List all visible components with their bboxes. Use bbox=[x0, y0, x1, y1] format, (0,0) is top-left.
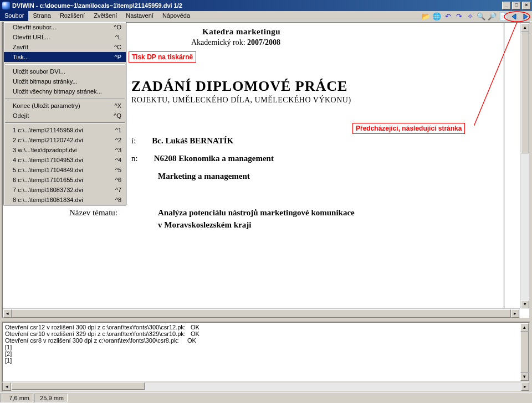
maximize-button[interactable]: □ bbox=[512, 2, 521, 9]
scroll-left-button[interactable]: ◂ bbox=[3, 383, 11, 391]
doc-header-dept: Katedra marketingu bbox=[202, 27, 280, 37]
menu-rozliseni[interactable]: Rozlišení bbox=[55, 11, 89, 21]
menu-nastaveni[interactable]: Nastavení bbox=[121, 11, 158, 21]
svg-marker-0 bbox=[512, 14, 516, 19]
mi-recent-3[interactable]: 3 w:\...\tex\dpzadopf.dvi^3 bbox=[4, 145, 126, 155]
log-pane: Otevření csr12 v rozlišení 300 dpi z c:\… bbox=[2, 322, 530, 383]
log-line: Otevření csr10 v rozlišení 329 dpi z c:\… bbox=[5, 330, 527, 337]
annotation-nav: Předcházející, následující stránka bbox=[352, 123, 465, 134]
mi-close[interactable]: Zavřít^C bbox=[4, 42, 126, 52]
mi-open-file[interactable]: Otevřít soubor...^O bbox=[4, 22, 126, 32]
horizontal-scrollbar[interactable]: ◂ ▸ bbox=[3, 308, 520, 318]
mi-save-all-bitmaps[interactable]: Uložit všechny bitmapy stránek... bbox=[4, 86, 126, 96]
mi-recent-1[interactable]: 1 c:\...\temp\21145959.dvi^1 bbox=[4, 125, 126, 135]
mi-recent-6[interactable]: 6 c:\...\temp\17101655.dvi^6 bbox=[4, 175, 126, 185]
menu-zvetseni[interactable]: Zvětšení bbox=[89, 11, 121, 21]
mi-recent-8[interactable]: 8 c:\...\temp\16081834.dvi^8 bbox=[4, 195, 126, 205]
menu-strana[interactable]: Strana bbox=[28, 11, 55, 21]
page-icon[interactable]: 📄 bbox=[499, 12, 508, 21]
doc-row-3: Marketing a management bbox=[158, 172, 250, 181]
log-scrollbar-v[interactable]: ▴ ▾ bbox=[520, 323, 529, 381]
scroll-down-button[interactable]: ▾ bbox=[520, 373, 529, 381]
separator bbox=[5, 122, 125, 123]
prev-page-icon[interactable] bbox=[510, 12, 519, 21]
scroll-down-button[interactable]: ▾ bbox=[521, 300, 529, 308]
mi-print[interactable]: Tisk...^P bbox=[4, 52, 126, 62]
log-line: [1] bbox=[5, 357, 527, 364]
doc-row-1: í: Bc. Lukáš BERNATÍK bbox=[131, 136, 233, 146]
undo-icon[interactable]: ↶ bbox=[443, 12, 452, 21]
menu-napoveda[interactable]: Nápověda bbox=[158, 11, 195, 21]
redo-icon[interactable]: ↷ bbox=[454, 12, 463, 21]
status-y: 25,9 mm bbox=[34, 394, 68, 402]
zoom-in-icon[interactable]: 🔎 bbox=[488, 12, 497, 21]
mi-open-url[interactable]: Otevřít URL...^L bbox=[4, 32, 126, 42]
log-line: [2] bbox=[5, 350, 527, 357]
mi-recent-2[interactable]: 2 c:\...\temp\21120742.dvi^2 bbox=[4, 135, 126, 145]
mi-save-dvi[interactable]: Uložit soubor DVI... bbox=[4, 66, 126, 76]
separator bbox=[5, 64, 125, 65]
mi-recent-7[interactable]: 7 c:\...\temp\16083732.dvi^7 bbox=[4, 185, 126, 195]
status-x: 7,6 mm bbox=[0, 394, 33, 402]
app-icon bbox=[2, 2, 10, 9]
svg-marker-1 bbox=[524, 14, 528, 19]
vertical-scrollbar[interactable]: ▴ ▾ bbox=[520, 23, 529, 308]
file-menu-dropdown: Otevřít soubor...^O Otevřít URL...^L Zav… bbox=[3, 22, 126, 205]
log-line: [1] bbox=[5, 344, 527, 350]
topic-value-1: Analýza potenciálu nástrojů marketingové… bbox=[158, 208, 355, 218]
titlebar: DVIWIN - c:\docume~1\zam\locals~1\temp\2… bbox=[0, 0, 532, 11]
annotation-print: Tisk DP na tiskárně bbox=[129, 51, 196, 63]
doc-title: ZADÁNÍ DIPLOMOVÉ PRÁCE bbox=[131, 78, 347, 95]
fit-icon[interactable]: ✧ bbox=[466, 12, 474, 21]
toolbar: 📂 🌐 ↶ ↷ ✧ 🔍 🔎 📄 bbox=[421, 11, 530, 22]
open-icon[interactable]: 📂 bbox=[421, 12, 430, 21]
zoom-out-icon[interactable]: 🔍 bbox=[477, 12, 485, 21]
close-button[interactable]: × bbox=[522, 2, 531, 9]
minimize-button[interactable]: _ bbox=[502, 2, 511, 9]
log-line: Otevření csr8 v rozlišení 300 dpi z c:\o… bbox=[5, 337, 527, 344]
log-scrollbar-h[interactable]: ◂ ▸ bbox=[2, 383, 530, 392]
scroll-thumb-h[interactable] bbox=[12, 309, 511, 318]
page-edge bbox=[504, 23, 504, 318]
statusbar: 7,6 mm 25,9 mm bbox=[0, 392, 532, 403]
scroll-up-button[interactable]: ▴ bbox=[520, 323, 529, 332]
scroll-thumb[interactable] bbox=[520, 332, 529, 373]
mi-save-bitmap[interactable]: Uložit bitmapu stránky... bbox=[4, 76, 126, 86]
window-title: DVIWIN - c:\docume~1\zam\locals~1\temp\2… bbox=[12, 2, 182, 9]
menu-soubor[interactable]: Soubor bbox=[0, 11, 28, 21]
mi-exit[interactable]: Odejít^Q bbox=[4, 111, 126, 121]
scroll-thumb-v[interactable] bbox=[521, 32, 529, 153]
topic-value-2: v Moravskoslezském kraji bbox=[158, 220, 251, 230]
doc-row-2: n: N6208 Ekonomika a management bbox=[131, 154, 274, 163]
scroll-up-button[interactable]: ▴ bbox=[521, 23, 529, 32]
doc-subtitle: ROJEKTU, UMĚLECKÉHO DÍLA, UMĚLECKÉHO VÝK… bbox=[131, 96, 351, 105]
mi-exit-save[interactable]: Konec (Uložit parametry)^X bbox=[4, 101, 126, 111]
separator bbox=[5, 98, 125, 99]
scroll-right-button[interactable]: ▸ bbox=[511, 309, 519, 318]
mi-recent-4[interactable]: 4 c:\...\temp\17104953.dvi^4 bbox=[4, 155, 126, 165]
next-page-icon[interactable] bbox=[521, 12, 530, 21]
log-line: Otevření csr12 v rozlišení 300 dpi z c:\… bbox=[5, 324, 527, 330]
scroll-left-button[interactable]: ◂ bbox=[3, 309, 12, 318]
globe-icon[interactable]: 🌐 bbox=[432, 12, 441, 21]
scroll-right-button[interactable]: ▸ bbox=[521, 383, 529, 391]
mi-recent-5[interactable]: 5 c:\...\temp\17104849.dvi^5 bbox=[4, 165, 126, 175]
topic-label: Název tématu: bbox=[69, 208, 117, 218]
scroll-thumb[interactable] bbox=[12, 383, 145, 390]
doc-header-year: Akademický rok: 2007/2008 bbox=[191, 38, 280, 47]
